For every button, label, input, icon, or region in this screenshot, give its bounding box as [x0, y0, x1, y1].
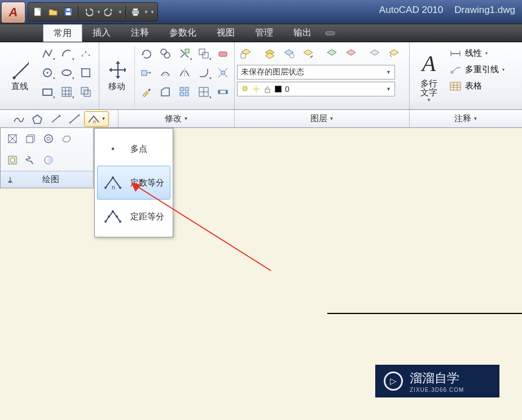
- qat-redo-icon[interactable]: [102, 5, 117, 19]
- qat-separator-2: [125, 6, 126, 18]
- layer-freeze-icon[interactable]: [280, 45, 298, 63]
- layer-match-icon[interactable]: [366, 45, 384, 63]
- dimension-linear-button[interactable]: 线性 ▾: [447, 47, 507, 60]
- svg-rect-43: [185, 92, 188, 96]
- tab-annotate[interactable]: 注释: [121, 24, 159, 42]
- svg-point-91: [116, 215, 118, 218]
- copy-icon[interactable]: [156, 45, 174, 63]
- qat-customize-icon[interactable]: ▼: [150, 10, 155, 15]
- table-button[interactable]: 表格: [447, 79, 507, 92]
- mleader-button[interactable]: 多重引线 ▾: [447, 63, 507, 76]
- layer-uniso-icon[interactable]: [342, 45, 360, 63]
- polyline-icon[interactable]: ▾: [38, 45, 56, 63]
- measure-label: 定距等分: [130, 211, 164, 222]
- qat-save-icon[interactable]: [61, 5, 76, 19]
- hatch-icon[interactable]: ▾: [58, 83, 76, 101]
- current-layer-name: 0: [285, 85, 289, 94]
- tab-view[interactable]: 视图: [207, 24, 245, 42]
- mleader-icon: [449, 65, 462, 75]
- revcloud-icon[interactable]: [58, 130, 75, 147]
- undo-dropdown-icon[interactable]: ▼: [96, 10, 102, 15]
- mtext-button[interactable]: A 多行 文字 ▼: [412, 45, 446, 108]
- tab-manage-label: 管理: [255, 27, 273, 39]
- rectangle-icon[interactable]: ▾: [38, 83, 56, 101]
- menu-item-measure[interactable]: 定距等分: [97, 200, 170, 233]
- break-icon[interactable]: ▾: [195, 83, 213, 101]
- scale-brush-icon[interactable]: [137, 83, 155, 101]
- svg-rect-50: [241, 54, 245, 58]
- mirror-icon[interactable]: [176, 64, 194, 82]
- svg-line-37: [225, 68, 227, 70]
- offset-icon[interactable]: [156, 64, 174, 82]
- application-menu-button[interactable]: A: [1, 2, 25, 23]
- erase-icon[interactable]: [214, 45, 232, 63]
- print-dropdown-icon[interactable]: ▼: [143, 10, 149, 15]
- donut-icon[interactable]: [40, 130, 57, 147]
- array-icon[interactable]: [176, 83, 194, 101]
- wipeout-icon[interactable]: [4, 130, 21, 147]
- chevron-down-icon: ▼: [386, 69, 391, 75]
- trim-icon[interactable]: ▾: [176, 45, 194, 63]
- gradient-icon[interactable]: [40, 152, 57, 169]
- tab-manage[interactable]: 管理: [245, 24, 283, 42]
- qat-print-icon[interactable]: [128, 5, 143, 19]
- modify-title-label: 修改: [165, 113, 182, 124]
- draw-panel-caption[interactable]: 绘图: [1, 171, 93, 188]
- fillet-icon[interactable]: ▾: [195, 64, 213, 82]
- line-button[interactable]: 直线: [2, 45, 37, 108]
- draw-extra-row: n ▼: [0, 110, 119, 127]
- svg-line-39: [225, 75, 227, 77]
- 3drect-icon[interactable]: [22, 130, 39, 147]
- extend-icon[interactable]: ▾: [195, 45, 213, 63]
- svg-point-62: [451, 71, 453, 73]
- helix-icon[interactable]: [22, 152, 39, 169]
- polygon-icon[interactable]: [28, 111, 46, 127]
- tab-home[interactable]: 常用: [43, 24, 82, 42]
- tab-insert[interactable]: 插入: [82, 24, 121, 42]
- xline-icon[interactable]: [65, 111, 84, 127]
- explode-icon[interactable]: [214, 64, 232, 82]
- layer-states-icon[interactable]: [261, 45, 279, 63]
- svg-point-78: [45, 135, 52, 143]
- qat-open-icon[interactable]: [46, 5, 60, 19]
- region-icon[interactable]: [77, 83, 95, 101]
- layer-properties-icon[interactable]: [237, 45, 255, 63]
- move-button[interactable]: 移动: [102, 45, 132, 108]
- tab-extra-icon[interactable]: [322, 24, 339, 42]
- ellipse-icon[interactable]: ▾: [58, 64, 76, 82]
- watermark-sub: ZIXUE.3D66.COM: [410, 387, 464, 393]
- svg-rect-35: [221, 71, 225, 74]
- svg-rect-83: [112, 148, 114, 150]
- layer-iso-icon[interactable]: [323, 45, 341, 63]
- layer-panel-title[interactable]: 图层▼: [235, 110, 410, 127]
- boundary-icon[interactable]: [4, 152, 21, 169]
- stretch-icon[interactable]: [137, 64, 155, 82]
- draw-panel-expanded: 绘图: [0, 128, 94, 188]
- join-grip-icon[interactable]: [214, 83, 232, 101]
- modify-panel-title[interactable]: 修改▼: [119, 110, 235, 127]
- tab-output[interactable]: 输出: [283, 24, 322, 42]
- current-layer-combo[interactable]: 0 ▼: [237, 82, 395, 96]
- rotate-icon[interactable]: [137, 45, 155, 63]
- svg-rect-58: [265, 89, 270, 92]
- line-icon: [11, 61, 29, 79]
- spline-freehand-icon[interactable]: [10, 111, 28, 127]
- circle-icon[interactable]: ▾: [38, 64, 56, 82]
- layer-state-combo[interactable]: 未保存的图层状态 ▼: [237, 65, 395, 79]
- spline-dots-icon[interactable]: [77, 45, 95, 63]
- hatch-rect-icon[interactable]: [77, 64, 95, 82]
- arc-icon[interactable]: ▾: [58, 45, 76, 63]
- layer-lock-icon[interactable]: [299, 45, 317, 63]
- chamfer-icon[interactable]: [156, 83, 174, 101]
- svg-point-90: [112, 210, 114, 213]
- redo-dropdown-icon[interactable]: ▼: [117, 10, 123, 15]
- point-divide-split-button[interactable]: n ▼: [84, 111, 109, 127]
- tab-parametric[interactable]: 参数化: [159, 24, 207, 42]
- qat-new-icon[interactable]: [30, 5, 45, 19]
- layer-prev-icon[interactable]: [385, 45, 403, 63]
- menu-item-divide[interactable]: n 定数等分: [97, 166, 170, 200]
- ray-icon[interactable]: [47, 111, 65, 127]
- annot-panel-title[interactable]: 注释▼: [410, 110, 522, 127]
- qat-undo-icon[interactable]: [81, 5, 95, 19]
- menu-item-multipoint[interactable]: 多点: [97, 132, 170, 166]
